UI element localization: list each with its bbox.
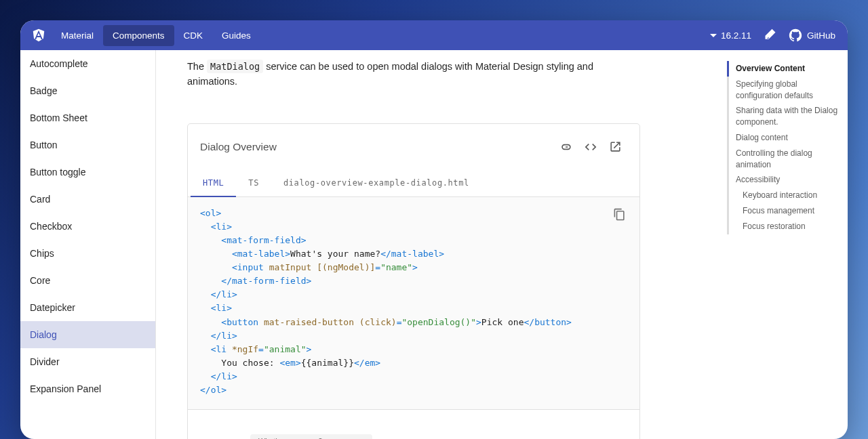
version-text: 16.2.11 <box>721 30 751 41</box>
toc-accessibility[interactable]: Accessibility <box>727 172 844 188</box>
sidebar-item-button-toggle[interactable]: Button toggle <box>20 159 155 186</box>
brand-link[interactable]: Material <box>52 25 103 46</box>
sidebar-item-button[interactable]: Button <box>20 131 155 159</box>
list-marker: 1. <box>229 434 241 439</box>
tab-dialog-overview-example-dialog-html[interactable]: dialog-overview-example-dialog.html <box>271 170 481 196</box>
name-input-field[interactable]: What's your name? ece <box>250 434 372 439</box>
sidebar-item-divider[interactable]: Divider <box>20 348 155 375</box>
example-card: Dialog Overview HTMLTSdialog-overview-ex… <box>187 123 640 440</box>
sidebar-item-core[interactable]: Core <box>20 267 155 294</box>
intro-text: The MatDialog service can be used to ope… <box>187 60 640 89</box>
sidebar-item-bottom-sheet[interactable]: Bottom Sheet <box>20 104 155 131</box>
sidebar[interactable]: AutocompleteBadgeBottom SheetButtonButto… <box>20 50 156 439</box>
nav-components[interactable]: Components <box>103 25 174 46</box>
live-demo: 1. What's your name? ece <box>188 409 639 439</box>
toc-sharing-data-with-the-dialog-c[interactable]: Sharing data with the Dialog component. <box>727 103 844 130</box>
open-external-icon[interactable] <box>603 135 627 159</box>
toc-keyboard-interaction[interactable]: Keyboard interaction <box>727 188 844 203</box>
angular-logo-icon <box>31 28 46 43</box>
topbar: Material Components CDK Guides 16.2.11 G… <box>20 20 848 50</box>
sidebar-item-autocomplete[interactable]: Autocomplete <box>20 50 155 77</box>
toc-overview-content[interactable]: Overview Content <box>727 61 844 77</box>
code-block: <ol> <li> <mat-form-field> <mat-label>Wh… <box>200 207 627 398</box>
sidebar-item-datepicker[interactable]: Datepicker <box>20 294 155 321</box>
example-tabs: HTMLTSdialog-overview-example-dialog.htm… <box>188 170 639 197</box>
sidebar-item-badge[interactable]: Badge <box>20 77 155 104</box>
github-link[interactable]: GitHub <box>783 24 841 47</box>
toc-focus-management[interactable]: Focus management <box>727 203 844 219</box>
tab-html[interactable]: HTML <box>191 170 236 197</box>
toc-dialog-content[interactable]: Dialog content <box>727 130 844 146</box>
toc-focus-restoration[interactable]: Focus restoration <box>727 219 844 234</box>
nav-cdk[interactable]: CDK <box>174 25 213 46</box>
sidebar-item-chips[interactable]: Chips <box>20 240 155 267</box>
main-content[interactable]: The MatDialog service can be used to ope… <box>156 50 848 439</box>
nav-guides[interactable]: Guides <box>212 25 260 46</box>
version-selector[interactable]: 16.2.11 <box>703 26 758 45</box>
github-icon <box>788 28 803 43</box>
table-of-contents: Overview ContentSpecifying global config… <box>727 61 844 234</box>
copy-icon[interactable] <box>608 204 630 226</box>
github-label: GitHub <box>807 30 835 41</box>
sidebar-item-checkbox[interactable]: Checkbox <box>20 213 155 240</box>
theme-paint-icon[interactable] <box>758 24 783 46</box>
link-icon[interactable] <box>554 135 578 159</box>
code-panel: <ol> <li> <mat-form-field> <mat-label>Wh… <box>188 197 639 410</box>
toc-specifying-global-configuratio[interactable]: Specifying global configuration defaults <box>727 77 844 104</box>
sidebar-item-dialog[interactable]: Dialog <box>20 321 155 348</box>
toc-controlling-the-dialog-animati[interactable]: Controlling the dialog animation <box>727 146 844 173</box>
sidebar-item-expansion-panel[interactable]: Expansion Panel <box>20 375 155 402</box>
dropdown-caret-icon <box>710 32 717 39</box>
sidebar-item-card[interactable]: Card <box>20 186 155 213</box>
example-title: Dialog Overview <box>200 141 554 153</box>
tab-ts[interactable]: TS <box>236 170 271 196</box>
code-toggle-icon[interactable] <box>578 135 603 159</box>
